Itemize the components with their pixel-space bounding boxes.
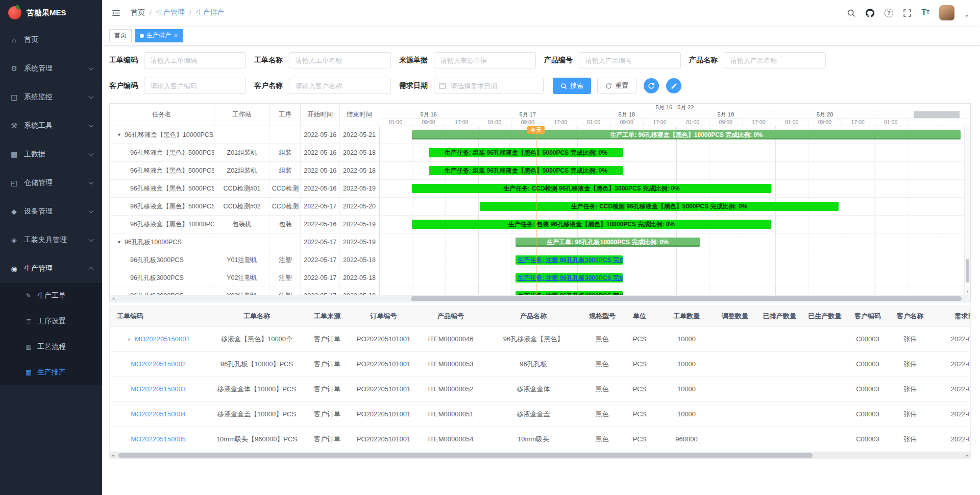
gantt-task-row[interactable]: ▼96孔孔板10000PCS 2022-05-17 2022-05-19 [110,233,379,251]
breadcrumb-production[interactable]: 生产管理 [156,8,185,17]
order-code-link[interactable]: MO202205150001 [135,335,190,343]
chevron-down-icon [89,208,94,214]
gantt-bar[interactable]: 生产任务: 组装 96孔移液盒【黑色】5000PCS 完成比例: 0% [429,166,623,175]
sidebar-item-production[interactable]: ◉ 生产管理 [0,254,102,283]
order-code-link[interactable]: MO202205150005 [131,435,186,443]
source-doc-input[interactable] [434,52,536,68]
scroll-left-arrow-icon[interactable]: ◂ [110,295,117,302]
gantt-vertical-scrollbar[interactable]: ▾ [964,126,970,295]
sidebar-item-system-management[interactable]: ⚙ 系统管理 [0,54,102,83]
row-expand-caret-icon[interactable]: ▼ [117,240,121,245]
app-root: 苦糖果MES ⌂ 首页 ⚙ 系统管理 ◫ 系统监控 ⚒ 系统工具 ▤ 主数据 ◰ [0,0,980,495]
user-menu-caret-icon[interactable]: ▼ [965,14,969,18]
gantt-timeline: 5月 16 - 5月 22 5月 165月 175月 185月 195月 20 … [379,104,970,295]
gantt-task-row[interactable]: ▼96孔移液盒【黑色】10000PCS 2022-05-16 2022-05-2… [110,126,379,144]
customer-name-input[interactable] [289,78,391,94]
sidebar-item-warehouse[interactable]: ◰ 仓储管理 [0,169,102,197]
sidebar-item-work-order[interactable]: ✎ 生产工单 [0,283,102,309]
row-expand-caret-icon[interactable]: ∨ [127,336,131,343]
app-logo[interactable]: 苦糖果MES [0,0,102,26]
breadcrumb-home[interactable]: 首页 [131,8,145,17]
gantt-task-row[interactable]: 96孔移液盒【黑色】5000PCS CCD检测#02 CCD检测 2022-05… [110,198,379,216]
order-code-cell: MO202205150004 [110,402,207,427]
row-expand-caret-icon[interactable]: ▼ [117,132,121,137]
help-icon[interactable]: ? [885,9,893,17]
gantt-task-row[interactable]: 96孔移液盒【黑色】5000PCS Z02组装机 组装 2022-05-16 2… [110,162,379,180]
order-row[interactable]: MO202205150005 10mm吸头【960000】PCS 客户订单 PO… [110,427,971,452]
sidebar-item-equipment[interactable]: ◆ 设备管理 [0,197,102,226]
customer-code-input[interactable] [144,78,246,94]
gantt-task-row[interactable]: 96孔移液盒【黑色】5000PCS CCD检测#01 CCD检测 2022-05… [110,180,379,198]
gantt-bar[interactable]: 生产任务: 组装 96孔移液盒【黑色】5000PCS 完成比例: 0% [429,148,623,157]
edit-button[interactable] [666,78,681,93]
tab-scheduling[interactable]: 生产排产 × [135,29,183,42]
sidebar-item-system-monitor[interactable]: ◫ 系统监控 [0,83,102,111]
main-area: 首页 / 生产管理 / 生产排产 ? TT ▼ [102,0,980,495]
gantt-chart-row: 生产任务: 注塑 96孔孔板3000PCS 完成比例: 0% [379,287,970,295]
sidebar-item-home[interactable]: ⌂ 首页 [0,26,102,54]
gantt-bar[interactable]: 生产任务: 包装 96孔移液盒【黑色】10000PCS 完成比例: 0% [412,220,771,229]
scroll-left-arrow-icon[interactable]: ◂ [109,452,116,459]
scroll-right-arrow-icon[interactable]: ▸ [964,452,971,459]
gantt-bar[interactable]: 生产任务: 注塑 96孔孔板3000PCS 完成比例: 0% [516,291,623,295]
sidebar-item-scheduling[interactable]: ▦ 生产排产 [0,360,102,385]
sidebar-item-fixture[interactable]: ◈ 工装夹具管理 [0,226,102,254]
product-code-input[interactable] [579,52,681,68]
breadcrumb-scheduling[interactable]: 生产排产 [196,8,225,17]
scrollbar-thumb[interactable] [411,296,962,301]
order-row[interactable]: MO202205150003 移液盒盒体【10000】PCS 客户订单 PO20… [110,376,971,402]
scrollbar-thumb[interactable] [966,259,969,282]
sidebar-item-master-data[interactable]: ▤ 主数据 [0,140,102,169]
gantt-bar[interactable]: 生产任务: CCD检测 96孔移液盒【黑色】5000PCS 完成比例: 0% [480,202,839,211]
work-order-name-input[interactable] [289,52,391,68]
gantt-bar[interactable]: 生产工单: 96孔移液盒【黑色】10000PCS 完成比例: 0% [412,130,961,139]
start-time: 2022-05-16 [301,162,340,179]
gantt-task-row[interactable]: 96孔移液盒【黑色】5000PCS Z01组装机 组装 2022-05-16 2… [110,144,379,162]
gantt-bar[interactable]: 生产任务: 注塑 96孔孔板3000PCS 完成比例: 0% [516,273,623,282]
gantt-task-row[interactable]: 96孔孔板3000PCS Y01注塑机 注塑 2022-05-17 2022-0… [110,251,379,269]
gantt-bar[interactable]: 生产工单: 96孔孔板10000PCS 完成比例: 0% [516,238,700,247]
order-code-link[interactable]: MO202205150002 [131,360,186,368]
order-row[interactable]: MO202205150004 移液盒盒盖【10000】PCS 客户订单 PO20… [110,402,971,427]
scrollbar-thumb[interactable] [118,453,813,458]
gantt-bar[interactable]: 生产任务: 注塑 96孔孔板3000PCS 完成比例: 0% [516,255,623,265]
end-time: 2022-05-18 [340,269,379,287]
refresh-button[interactable] [644,78,659,93]
reset-button[interactable]: 重置 [597,78,636,94]
work-order-code-input[interactable] [144,52,246,68]
fixture-icon: ◈ [9,236,19,244]
scheduled-qty [757,402,802,427]
end-time: 2022-05-21 [340,126,379,144]
gantt-horizontal-scrollbar[interactable]: ◂ [110,295,970,302]
demand-date-input[interactable] [434,78,544,94]
order-row[interactable]: MO202205150002 96孔孔板【10000】PCS 客户订单 PO20… [110,351,971,376]
order-name: 10mm吸头【960000】PCS [207,427,307,452]
scroll-down-arrow-icon[interactable]: ▾ [965,289,970,294]
work-orders-table: 工单编码 工单名称 工单来源 订单编号 产品编号 产品名称 规格型号 单位 工单… [109,305,971,452]
gantt-task-row[interactable]: 96孔孔板3000PCS Y03注塑机 注塑 2022-05-17 2022-0… [110,287,379,295]
order-code-link[interactable]: MO202205150003 [131,385,186,393]
sidebar-toggle-icon[interactable] [110,7,121,18]
gantt-task-row[interactable]: 96孔孔板3000PCS Y02注塑机 注塑 2022-05-17 2022-0… [110,269,379,287]
search-icon[interactable] [847,9,855,17]
search-button[interactable]: 搜索 [553,78,591,94]
github-icon[interactable] [865,8,875,18]
gantt-bar[interactable]: 生产任务: CCD检测 96孔移液盒【黑色】5000PCS 完成比例: 0% [412,184,771,193]
sidebar-item-process-settings[interactable]: ≣ 工序设置 [0,309,102,334]
tab-close-icon[interactable]: × [174,33,178,39]
font-size-icon[interactable]: TT [921,9,929,17]
tab-home[interactable]: 首页 [109,29,132,42]
order-code-link[interactable]: MO202205150004 [131,410,186,418]
sidebar-item-process-flow[interactable]: ▥ 工艺流程 [0,334,102,360]
end-time: 2022-05-20 [340,198,379,215]
orders-horizontal-scrollbar[interactable]: ◂ ▸ [109,452,971,459]
chevron-down-icon [89,123,94,128]
process: 注塑 [270,269,301,287]
sidebar-item-system-tools[interactable]: ⚒ 系统工具 [0,111,102,140]
gantt-task-row[interactable]: 96孔移液盒【黑色】10000PCS 包装机 包装 2022-05-16 202… [110,216,379,233]
user-avatar[interactable] [939,5,954,20]
order-row[interactable]: ∨MO202205150001 移液盒【黑色】10000个 客户订单 PO202… [110,326,971,351]
product-name-input[interactable] [724,52,826,68]
fullscreen-icon[interactable] [903,9,912,17]
timeline-day-row: 5月 165月 175月 185月 195月 20 [379,111,970,119]
